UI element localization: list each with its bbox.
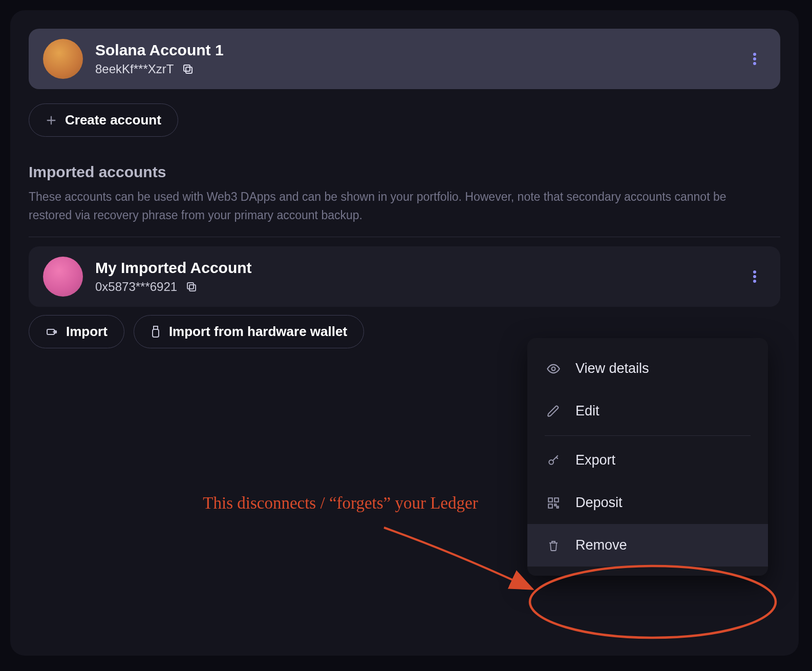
svg-rect-5	[187, 283, 194, 289]
svg-rect-1	[184, 65, 190, 71]
menu-item-label: View details	[575, 361, 649, 376]
usb-icon	[151, 325, 161, 339]
pencil-icon	[546, 405, 561, 418]
menu-item-label: Remove	[575, 537, 627, 553]
menu-item-label: Export	[575, 452, 615, 468]
import-button[interactable]: Import	[29, 315, 124, 348]
plus-icon	[46, 115, 57, 126]
annotation-text: This disconnects / “forgets” your Ledger	[197, 492, 484, 515]
import-icon	[46, 326, 58, 338]
menu-item-label: Deposit	[575, 495, 623, 511]
copy-icon[interactable]	[185, 281, 198, 293]
svg-rect-0	[186, 67, 192, 73]
svg-rect-11	[548, 498, 552, 502]
svg-rect-12	[554, 498, 559, 502]
copy-icon[interactable]	[182, 63, 194, 75]
create-account-button[interactable]: Create account	[29, 103, 178, 137]
account-address: 0x5873***6921	[95, 280, 177, 294]
eye-icon	[546, 362, 561, 376]
account-address: 8eekKf***XzrT	[95, 62, 174, 76]
svg-rect-8	[153, 329, 159, 337]
account-options-menu: View details Edit Export Deposit Remove	[527, 338, 768, 576]
svg-rect-13	[548, 504, 552, 508]
key-icon	[546, 454, 561, 467]
account-card-imported[interactable]: My Imported Account 0x5873***6921	[29, 246, 780, 307]
menu-item-export[interactable]: Export	[527, 439, 768, 481]
section-description: These accounts can be used with Web3 DAp…	[29, 188, 745, 224]
avatar	[43, 257, 83, 297]
svg-point-10	[549, 459, 553, 464]
import-hardware-label: Import from hardware wallet	[169, 324, 347, 340]
account-card-primary[interactable]: Solana Account 1 8eekKf***XzrT	[29, 29, 780, 89]
create-account-label: Create account	[65, 112, 161, 128]
divider	[29, 237, 780, 237]
qr-icon	[546, 496, 561, 510]
section-title-imported: Imported accounts	[29, 163, 780, 181]
menu-separator	[545, 435, 751, 436]
more-button[interactable]	[743, 48, 766, 70]
svg-point-9	[552, 367, 555, 370]
avatar	[43, 39, 83, 79]
import-hardware-button[interactable]: Import from hardware wallet	[134, 315, 364, 348]
import-label: Import	[66, 324, 108, 340]
svg-point-16	[530, 566, 776, 638]
menu-item-view-details[interactable]: View details	[527, 347, 768, 390]
svg-rect-15	[557, 506, 559, 508]
svg-rect-14	[554, 504, 556, 506]
trash-icon	[546, 539, 561, 552]
menu-item-label: Edit	[575, 403, 600, 419]
menu-item-remove[interactable]: Remove	[527, 524, 768, 567]
account-name: My Imported Account	[95, 259, 252, 277]
more-button[interactable]	[743, 265, 766, 288]
account-name: Solana Account 1	[95, 41, 224, 59]
svg-rect-4	[189, 285, 196, 291]
menu-item-deposit[interactable]: Deposit	[527, 481, 768, 524]
menu-item-edit[interactable]: Edit	[527, 390, 768, 432]
